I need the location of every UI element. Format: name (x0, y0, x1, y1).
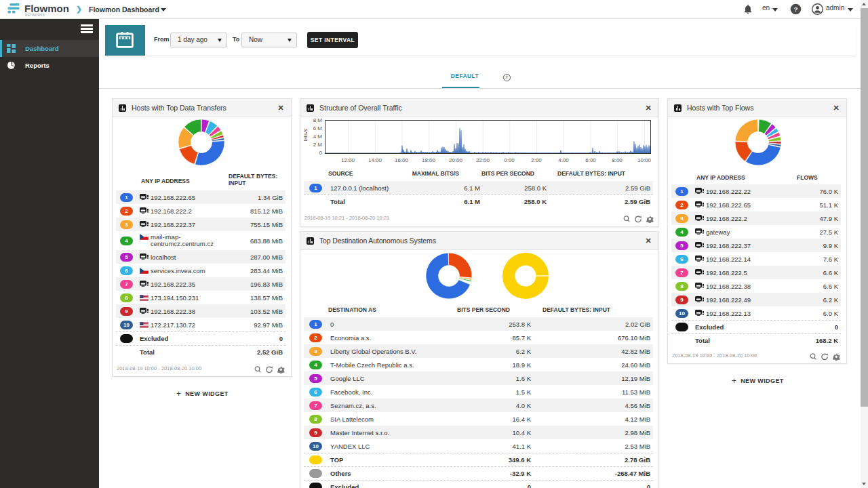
svg-text:?: ? (793, 5, 797, 13)
